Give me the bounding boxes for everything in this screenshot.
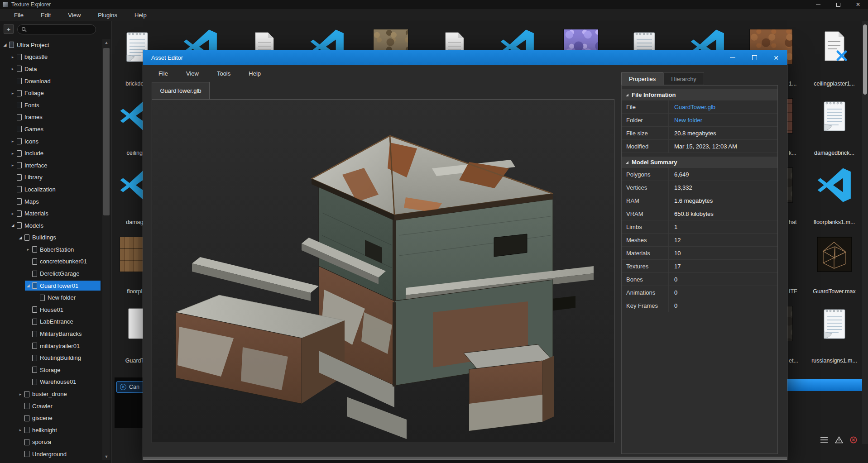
- minimize-icon[interactable]: [808, 0, 828, 9]
- tree-item-content[interactable]: Library: [10, 172, 101, 182]
- property-row-ram[interactable]: RAM1.6 megabytes: [622, 194, 777, 207]
- tree-item-content[interactable]: ▸buster_drone: [17, 389, 101, 399]
- editor-menu-help[interactable]: Help: [240, 65, 270, 81]
- tree-item-giscene[interactable]: giscene: [0, 412, 101, 424]
- file-item-guardtower-max[interactable]: GuardTower.max: [803, 233, 866, 302]
- property-row-meshes[interactable]: Meshes12: [622, 234, 777, 247]
- editor-maximize-icon[interactable]: [743, 50, 765, 65]
- tree-item-content[interactable]: Storage: [25, 365, 101, 375]
- tree-scrollbar-thumb[interactable]: [103, 48, 110, 215]
- tree-item-underground[interactable]: Underground: [0, 448, 101, 460]
- tree-item-content[interactable]: ▸Data: [10, 64, 101, 74]
- file-item-russiansigns1-m[interactable]: russiansigns1.m...: [803, 302, 866, 372]
- tree-item-localization[interactable]: Localization: [0, 183, 101, 196]
- tree-item-storage[interactable]: Storage: [0, 364, 101, 376]
- editor-close-icon[interactable]: ✕: [765, 50, 787, 65]
- tree-item-data[interactable]: ▸Data: [0, 63, 101, 75]
- tree-item-bigcastle[interactable]: ▸bigcastle: [0, 51, 101, 63]
- property-row-file-size[interactable]: File size20.8 megabytes: [622, 127, 777, 140]
- tree-item-content[interactable]: ◢Buildings: [17, 233, 101, 243]
- section-header-model-summary[interactable]: Model Summary: [622, 157, 777, 168]
- file-item-damagedbrick[interactable]: damagedbrick...: [803, 95, 866, 164]
- expander-collapsed-icon[interactable]: ▸: [10, 139, 16, 143]
- expander-collapsed-icon[interactable]: ▸: [10, 91, 16, 95]
- tab-properties[interactable]: Properties: [621, 72, 663, 85]
- editor-minimize-icon[interactable]: [722, 50, 743, 65]
- tree-item-content[interactable]: New folder: [33, 293, 101, 303]
- tree-item-content[interactable]: Maps: [10, 196, 101, 206]
- tree-item-content[interactable]: giscene: [17, 413, 101, 423]
- tree-item-content[interactable]: RoutingBuilding: [25, 353, 101, 363]
- tree-item-content[interactable]: DerelictGarage: [25, 269, 101, 279]
- tree-scrollbar[interactable]: ▲ ▼: [102, 39, 110, 460]
- editor-menu-view[interactable]: View: [177, 65, 208, 81]
- tree-item-content[interactable]: ◢GuardTower01: [25, 281, 101, 291]
- expander-collapsed-icon[interactable]: ▸: [10, 151, 16, 156]
- tree-item-content[interactable]: Fonts: [10, 100, 101, 110]
- tree-item-content[interactable]: ▸bigcastle: [10, 52, 101, 62]
- tree-item-derelictgarage[interactable]: DerelictGarage: [0, 267, 101, 280]
- close-icon[interactable]: ✕: [848, 0, 868, 9]
- tree-item-content[interactable]: ▸Interface: [10, 160, 101, 170]
- tree-item-content[interactable]: militarytrailer01: [25, 341, 101, 351]
- tree-item-models[interactable]: ◢Models: [0, 220, 101, 232]
- tree-item-interface[interactable]: ▸Interface: [0, 159, 101, 172]
- model-viewport[interactable]: [152, 99, 614, 443]
- property-row-vertices[interactable]: Vertices13,332: [622, 181, 777, 194]
- guard-tower-3d-model[interactable]: [152, 100, 614, 443]
- expander-collapsed-icon[interactable]: ▸: [10, 55, 16, 59]
- list-icon[interactable]: [820, 437, 828, 443]
- menu-plugins[interactable]: Plugins: [89, 9, 126, 21]
- tree-item-buster-drone[interactable]: ▸buster_drone: [0, 388, 101, 400]
- scroll-up-icon[interactable]: ▲: [102, 39, 110, 46]
- tree-item-games[interactable]: Games: [0, 123, 101, 135]
- tree-item-materials[interactable]: ▸Materials: [0, 207, 101, 220]
- tree-item-content[interactable]: House01: [25, 305, 101, 315]
- expander-expanded-icon[interactable]: ◢: [10, 223, 16, 228]
- expander-collapsed-icon[interactable]: ▸: [25, 247, 31, 252]
- property-row-polygons[interactable]: Polygons6,649: [622, 168, 777, 181]
- file-item-floorplanks1-m[interactable]: floorplanks1.m...: [803, 164, 866, 233]
- tree-item-include[interactable]: ▸Include: [0, 147, 101, 159]
- tree-item-content[interactable]: ▸Icons: [10, 136, 101, 146]
- editor-resize-edge[interactable]: [143, 457, 787, 459]
- tree-item-content[interactable]: Warehouse01: [25, 377, 101, 387]
- editor-menu-file[interactable]: File: [149, 65, 177, 81]
- editor-menu-tools[interactable]: Tools: [208, 65, 240, 81]
- tree-item-new-folder[interactable]: New folder: [0, 291, 101, 304]
- tree-item-labentrance[interactable]: LabEntrance: [0, 316, 101, 328]
- property-row-textures[interactable]: Textures17: [622, 260, 777, 273]
- error-icon[interactable]: [850, 436, 857, 444]
- tree-item-concretebunker01[interactable]: concretebunker01: [0, 256, 101, 268]
- property-row-materials[interactable]: Materials10: [622, 247, 777, 260]
- tree-item-content[interactable]: Underground: [17, 449, 101, 459]
- menu-file[interactable]: File: [5, 9, 32, 21]
- property-value-link[interactable]: GuardTower.glb: [669, 104, 715, 110]
- tree-item-content[interactable]: ▸Include: [10, 148, 101, 158]
- tree-item-content[interactable]: ◢Ultra Project: [2, 40, 101, 50]
- property-row-file[interactable]: FileGuardTower.glb: [622, 100, 777, 114]
- tree-item-content[interactable]: concretebunker01: [25, 257, 101, 267]
- tree-item-content[interactable]: Localization: [10, 184, 101, 194]
- tree-item-guardtower01[interactable]: ◢GuardTower01: [0, 280, 101, 292]
- tree-item-crawler[interactable]: Crawler: [0, 400, 101, 412]
- tree-item-content[interactable]: ▸hellknight: [17, 425, 101, 435]
- property-row-bones[interactable]: Bones0: [622, 273, 777, 286]
- section-expander-icon[interactable]: [626, 161, 628, 164]
- tree-item-buildings[interactable]: ◢Buildings: [0, 232, 101, 244]
- expander-expanded-icon[interactable]: ◢: [2, 43, 8, 47]
- tree-item-library[interactable]: Library: [0, 172, 101, 184]
- tree-item-foliage[interactable]: ▸Foliage: [0, 87, 101, 99]
- tree-item-icons[interactable]: ▸Icons: [0, 135, 101, 148]
- property-row-limbs[interactable]: Limbs1: [622, 220, 777, 234]
- expander-expanded-icon[interactable]: ◢: [25, 283, 31, 288]
- tree-item-content[interactable]: ▸BoberStation: [25, 244, 101, 254]
- expander-collapsed-icon[interactable]: ▸: [17, 392, 24, 396]
- section-header-file-information[interactable]: File Information: [622, 89, 777, 100]
- tree-item-content[interactable]: LabEntrance: [25, 317, 101, 327]
- tree-item-content[interactable]: ◢Models: [10, 220, 101, 230]
- tree-item-frames[interactable]: frames: [0, 111, 101, 124]
- scroll-down-icon[interactable]: ▼: [102, 453, 110, 460]
- expander-collapsed-icon[interactable]: ▸: [17, 428, 24, 432]
- property-row-animations[interactable]: Animations0: [622, 286, 777, 299]
